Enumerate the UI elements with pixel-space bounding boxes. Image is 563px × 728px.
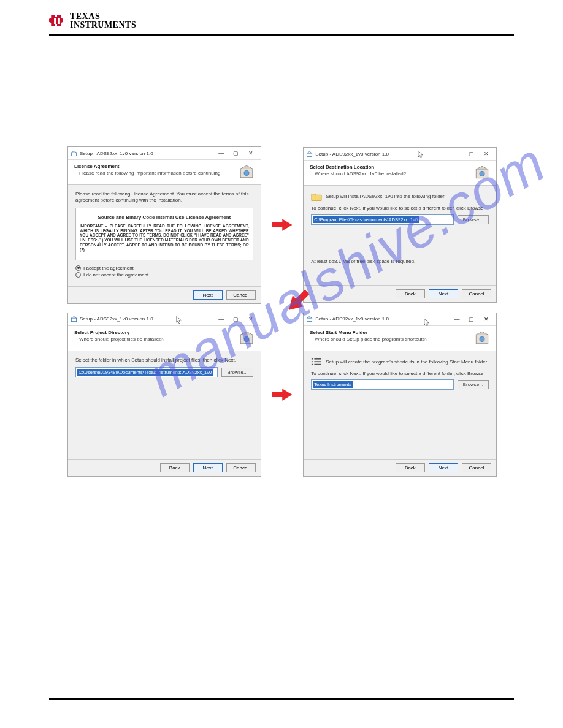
cancel-button[interactable]: Cancel (462, 289, 491, 298)
svg-point-2 (244, 170, 249, 175)
minimize-button[interactable]: — (214, 315, 229, 324)
titlebar: Setup - ADS92xx_1v0 version 1.0 — ▢ ✕ (304, 148, 496, 161)
package-icon (239, 330, 255, 346)
brand-text: TEXAS INSTRUMENTS (70, 12, 136, 29)
dialog-destination-location: Setup - ADS92xx_1v0 version 1.0 — ▢ ✕ Se… (303, 147, 497, 303)
dialog-subheading: Please read the following important info… (74, 170, 239, 176)
disk-space-text: At least 658.1 MB of free disk space is … (311, 259, 415, 264)
radio-decline-label: I do not accept the agreement (83, 272, 148, 278)
setup-app-icon (71, 316, 77, 322)
svg-rect-17 (315, 364, 321, 365)
brand-line1: TEXAS (70, 12, 136, 21)
install-info: Setup will install ADS92xx_1v0 into the … (326, 194, 445, 200)
package-icon (239, 164, 255, 180)
project-instruction: Select the folder in which Setup should … (75, 357, 253, 363)
cursor-icon (418, 150, 424, 159)
svg-point-5 (480, 172, 484, 176)
path-value: Texas Instruments (313, 381, 353, 388)
license-title: Source and Binary Code Internal Use Lice… (80, 212, 249, 224)
continue-text: To continue, click Next. If you would li… (311, 371, 489, 377)
continue-text: To continue, click Next. If you would li… (311, 205, 489, 211)
radio-icon (75, 272, 81, 278)
svg-point-11 (480, 336, 484, 341)
svg-rect-12 (312, 358, 313, 360)
maximize-button[interactable]: ▢ (229, 149, 243, 157)
setup-app-icon (306, 316, 313, 322)
startmenu-path-input[interactable]: Texas Instruments (311, 379, 453, 390)
project-path-input[interactable]: C:\Users\a0193489\Documents\Texas Instru… (75, 367, 218, 377)
dialog-subheading: Where should Setup place the program's s… (310, 336, 474, 342)
svg-rect-6 (71, 318, 76, 322)
arrow-right-icon (272, 217, 293, 233)
close-button[interactable]: ✕ (479, 315, 494, 324)
dialog-subheading: Where should ADS92xx_1v0 be installed? (310, 171, 474, 176)
radio-icon (75, 265, 81, 271)
window-title: Setup - ADS92xx_1v0 version 1.0 (80, 151, 212, 156)
cursor-icon (424, 318, 430, 327)
close-button[interactable]: ✕ (243, 315, 258, 324)
minimize-button[interactable]: — (450, 150, 464, 158)
ti-logo-icon (49, 13, 65, 29)
svg-point-8 (244, 336, 249, 341)
arrow-right-icon (272, 387, 293, 403)
browse-button[interactable]: Browse... (221, 368, 253, 377)
page-header: TEXAS INSTRUMENTS (49, 12, 514, 36)
list-icon (311, 357, 322, 367)
cancel-button[interactable]: Cancel (226, 290, 256, 300)
package-icon (474, 164, 490, 180)
svg-rect-14 (312, 361, 313, 362)
dialog-heading: Select Project Directory (74, 330, 239, 335)
dialog-heading: License Agreement (74, 164, 239, 169)
license-body: IMPORTANT – PLEASE CAREFULLY READ THE FO… (80, 224, 249, 252)
next-button[interactable]: Next (429, 463, 458, 472)
setup-app-icon (71, 150, 77, 157)
maximize-button[interactable]: ▢ (464, 315, 479, 324)
close-button[interactable]: ✕ (479, 150, 494, 158)
radio-accept[interactable]: I accept the agreement (75, 265, 253, 271)
close-button[interactable]: ✕ (243, 149, 258, 157)
folder-icon (311, 192, 322, 202)
titlebar: Setup - ADS92xx_1v0 version 1.0 — ▢ ✕ (68, 147, 261, 160)
destination-path-input[interactable]: C:\Program Files\Texas Instruments\ADS92… (311, 214, 453, 225)
path-value: C:\Program Files\Texas Instruments\ADS92… (313, 216, 419, 223)
dialog-heading: Select Destination Location (310, 164, 474, 170)
svg-rect-0 (71, 153, 76, 156)
window-title: Setup - ADS92xx_1v0 version 1.0 (315, 151, 447, 157)
back-button[interactable]: Back (396, 289, 425, 298)
dialog-start-menu-folder: Setup - ADS92xx_1v0 version 1.0 — ▢ ✕ Se… (303, 313, 497, 477)
browse-button[interactable]: Browse... (458, 215, 489, 224)
path-value: C:\Users\a0193489\Documents\Texas Instru… (77, 369, 213, 376)
cancel-button[interactable]: Cancel (462, 463, 491, 472)
license-text-box[interactable]: Source and Binary Code Internal Use Lice… (75, 208, 253, 260)
radio-accept-label: I accept the agreement (83, 265, 134, 271)
titlebar: Setup - ADS92xx_1v0 version 1.0 — ▢ ✕ (68, 313, 261, 326)
minimize-button[interactable]: — (450, 315, 464, 324)
license-instruction: Please read the following License Agreem… (75, 191, 253, 204)
svg-rect-15 (315, 361, 321, 362)
next-button[interactable]: Next (429, 289, 458, 298)
svg-rect-9 (307, 318, 312, 322)
back-button[interactable]: Back (160, 463, 190, 472)
dialog-license-agreement: Setup - ADS92xx_1v0 version 1.0 — ▢ ✕ Li… (67, 146, 261, 304)
setup-app-icon (306, 151, 313, 157)
window-title: Setup - ADS92xx_1v0 version 1.0 (80, 316, 212, 322)
cursor-icon (176, 316, 182, 324)
dialog-subheading: Where should project files be installed? (74, 336, 239, 342)
back-button[interactable]: Back (396, 463, 425, 472)
next-button[interactable]: Next (193, 463, 223, 472)
svg-rect-16 (312, 364, 313, 365)
maximize-button[interactable]: ▢ (229, 315, 243, 324)
titlebar: Setup - ADS92xx_1v0 version 1.0 — ▢ ✕ (304, 313, 496, 326)
startmenu-info: Setup will create the program's shortcut… (326, 359, 488, 365)
next-button[interactable]: Next (193, 290, 223, 300)
svg-rect-13 (315, 358, 321, 360)
brand-line2: INSTRUMENTS (70, 21, 136, 29)
radio-decline[interactable]: I do not accept the agreement (75, 272, 253, 278)
dialog-project-directory: Setup - ADS92xx_1v0 version 1.0 — ▢ ✕ Se… (67, 313, 261, 477)
maximize-button[interactable]: ▢ (464, 150, 479, 158)
minimize-button[interactable]: — (214, 149, 229, 157)
cancel-button[interactable]: Cancel (226, 463, 256, 472)
svg-rect-3 (307, 153, 312, 157)
browse-button[interactable]: Browse... (458, 380, 489, 389)
dialog-heading: Select Start Menu Folder (310, 330, 474, 335)
